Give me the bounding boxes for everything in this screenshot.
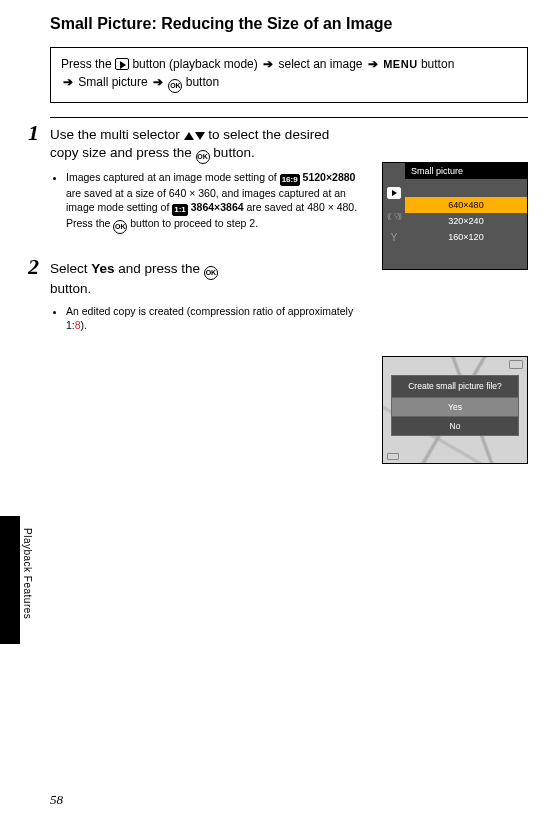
arrow-icon: ➔ (366, 57, 380, 71)
page-title: Small Picture: Reducing the Size of an I… (50, 14, 528, 35)
lcd-screen-size-menu: ((ၦ)) Y Small picture 640×480 320×240 16… (382, 162, 528, 270)
text: button (playback mode) (132, 57, 261, 71)
lcd-corner-icon (387, 453, 399, 460)
step-heading: Select Yes and press the OK button. (50, 260, 358, 298)
divider (50, 117, 528, 118)
section-tab-marker (0, 516, 20, 644)
text: button (421, 57, 454, 71)
yes-word: Yes (91, 261, 114, 276)
lcd-main: Small picture 640×480 320×240 160×120 (405, 163, 527, 269)
ok-button-icon: OK (204, 266, 218, 280)
list-item: Images captured at an image mode setting… (66, 170, 358, 234)
text: Small picture (78, 75, 151, 89)
step-notes: Images captured at an image mode setting… (50, 170, 358, 234)
up-arrow-icon (184, 132, 194, 140)
ok-button-icon: OK (196, 150, 210, 164)
step-notes: An edited copy is created (compression r… (50, 304, 358, 332)
resolution: 3864×3864 (191, 201, 244, 213)
playback-tab-icon (387, 187, 401, 199)
lcd-menu-title: Small picture (405, 163, 527, 179)
playback-icon (115, 58, 129, 70)
list-item: An edited copy is created (compression r… (66, 304, 358, 332)
size-option: 320×240 (405, 213, 527, 229)
text: Select (50, 261, 91, 276)
text: Press the (61, 57, 115, 71)
menu-label: MENU (383, 58, 417, 70)
lcd-menu-body: 640×480 320×240 160×120 (405, 179, 527, 269)
text: button (186, 75, 219, 89)
text: button. (213, 145, 254, 160)
down-arrow-icon (195, 132, 205, 140)
text: ). (81, 319, 87, 331)
size-option-selected: 640×480 (405, 197, 527, 213)
step-number: 2 (28, 254, 39, 280)
lcd-screen-confirm: Create small picture file? Yes No (382, 356, 528, 464)
arrow-icon: ➔ (61, 75, 75, 89)
lcd-battery-icon (509, 360, 523, 369)
text: An edited copy is created (compression r… (66, 305, 353, 331)
text: Use the multi selector (50, 127, 184, 142)
aspect-16-9-icon: 16:9 (280, 174, 300, 186)
text: select an image (278, 57, 365, 71)
manual-page: Small Picture: Reducing the Size of an I… (0, 0, 556, 822)
page-number: 58 (50, 792, 63, 808)
dialog-no: No (392, 416, 518, 435)
text: and press the (118, 261, 204, 276)
step-heading: Use the multi selector to select the des… (50, 126, 358, 164)
wireless-tab-icon: ((ၦ)) (387, 211, 401, 220)
navigation-path-box: Press the button (playback mode) ➔ selec… (50, 47, 528, 103)
text: button to proceed to step 2. (130, 217, 258, 229)
confirm-dialog: Create small picture file? Yes No (391, 375, 519, 436)
arrow-icon: ➔ (151, 75, 165, 89)
section-tab-label: Playback Features (22, 528, 33, 619)
text: button. (50, 281, 91, 296)
lcd-sidebar: ((ၦ)) Y (383, 163, 405, 269)
setup-tab-icon: Y (391, 232, 398, 243)
step-number: 1 (28, 120, 39, 146)
aspect-1-1-icon: 1:1 (172, 204, 188, 216)
text: Images captured at an image mode setting… (66, 171, 280, 183)
dialog-title: Create small picture file? (392, 376, 518, 397)
size-option: 160×120 (405, 229, 527, 245)
ok-button-icon: OK (113, 220, 127, 234)
dialog-yes-selected: Yes (392, 397, 518, 416)
resolution: 5120×2880 (303, 171, 356, 183)
ok-button-icon: OK (168, 79, 182, 93)
arrow-icon: ➔ (261, 57, 275, 71)
